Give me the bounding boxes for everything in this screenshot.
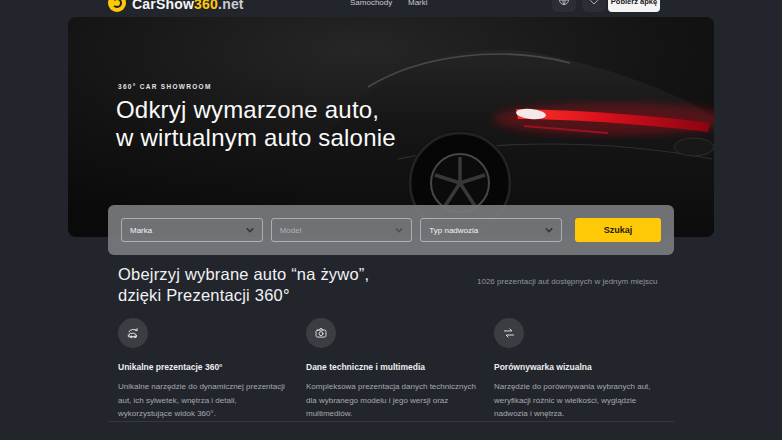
chevron-down-icon — [395, 226, 403, 234]
brand-logo[interactable]: CarShow360.net — [108, 0, 244, 12]
section-title-line2: dzięki Prezentacji 360° — [118, 286, 290, 304]
feature-description: Narzędzie do porównywania wybranych aut,… — [494, 380, 664, 421]
hero-title-line2: w wirtualnym auto salonie — [116, 124, 396, 151]
page: CarShow360.net Samochody Marki Pobierz a… — [0, 0, 782, 440]
brand-logo-icon — [108, 0, 126, 12]
feature-card: Unikalne prezentacje 360° Unikalne narzę… — [118, 318, 288, 421]
compare-icon — [494, 318, 524, 348]
feature-description: Kompleksowa prezentacja danych techniczn… — [306, 380, 476, 421]
brand-select-value: Marka — [130, 226, 152, 235]
model-select[interactable]: Model — [271, 218, 413, 242]
section-title-line1: Obejrzyj wybrane auto “na żywo”, — [118, 265, 369, 283]
feature-card: Porównywarka wizualna Narzędzie do porów… — [494, 318, 664, 421]
hero-title: Odkryj wymarzone auto, w wirtualnym auto… — [116, 96, 396, 152]
nav-item-samochody[interactable]: Samochody — [350, 0, 392, 7]
globe-icon — [558, 0, 570, 6]
brand-select[interactable]: Marka — [121, 218, 263, 242]
search-panel: Marka Model Typ nadwozia Szukaj — [108, 205, 674, 255]
nav-item-marki[interactable]: Marki — [408, 0, 428, 7]
body-type-select[interactable]: Typ nadwozia — [420, 218, 562, 242]
heart-icon — [588, 0, 600, 6]
feature-title: Dane techniczne i multimedia — [306, 362, 476, 372]
section-title: Obejrzyj wybrane auto “na żywo”, dzięki … — [118, 264, 369, 306]
hero-banner: 360° CAR SHOWROOM Odkryj wymarzone auto,… — [68, 17, 714, 237]
feature-title: Unikalne prezentacje 360° — [118, 362, 288, 372]
brand-name: CarShow360.net — [132, 0, 244, 12]
features-row: Unikalne prezentacje 360° Unikalne narzę… — [118, 318, 664, 421]
section-divider — [108, 421, 674, 422]
top-header: CarShow360.net Samochody Marki Pobierz a… — [0, 0, 782, 16]
feature-card: Dane techniczne i multimedia Kompleksowa… — [306, 318, 476, 421]
download-app-button[interactable]: Pobierz apkę — [608, 0, 660, 12]
model-select-value: Model — [280, 226, 302, 235]
favorites-button[interactable] — [582, 0, 606, 12]
body-type-select-value: Typ nadwozia — [429, 226, 478, 235]
hero-eyebrow: 360° CAR SHOWROOM — [118, 83, 212, 90]
chevron-down-icon — [545, 226, 553, 234]
feature-title: Porównywarka wizualna — [494, 362, 664, 372]
feature-description: Unikalne narzędzie do dynamicznej prezen… — [118, 380, 288, 421]
search-button[interactable]: Szukaj — [575, 218, 661, 242]
chevron-down-icon — [246, 226, 254, 234]
language-button[interactable] — [552, 0, 576, 12]
car-360-icon — [118, 318, 148, 348]
hero-title-line1: Odkryj wymarzone auto, — [116, 96, 379, 123]
camera-icon — [306, 318, 336, 348]
presentation-count: 1026 prezentacji aut dostępnych w jednym… — [477, 277, 658, 286]
